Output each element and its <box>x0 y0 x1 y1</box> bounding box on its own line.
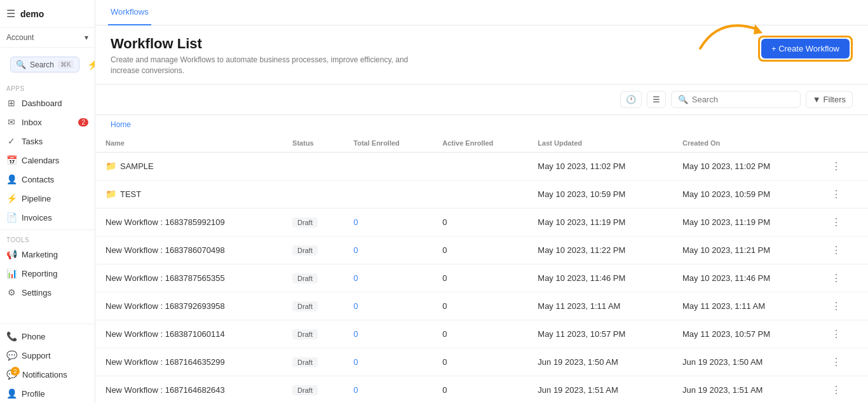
total-enrolled-value[interactable]: 0 <box>353 357 358 367</box>
cell-created-on: May 10 2023, 11:02 PM <box>672 152 817 180</box>
sidebar-item-label: Invoices <box>22 213 52 222</box>
status-badge: Draft <box>292 357 318 367</box>
table-row[interactable]: New Workflow : 1683871060114Draft00May 1… <box>95 320 868 348</box>
sidebar-item-label: Contacts <box>22 175 54 184</box>
sidebar-item-pipeline[interactable]: ⚡ Pipeline <box>0 189 95 208</box>
svg-marker-0 <box>754 24 763 34</box>
search-icon: 🔍 <box>678 95 688 104</box>
inbox-badge: 2 <box>78 118 88 126</box>
workflow-name: New Workflow : 1683871060114 <box>105 329 225 339</box>
sidebar-item-calendars[interactable]: 📅 Calendars <box>0 151 95 170</box>
page-subtitle: Create and manage Workflows to automate … <box>111 55 428 76</box>
table-row[interactable]: 📁SAMPLEMay 10 2023, 11:02 PMMay 10 2023,… <box>95 152 868 180</box>
sidebar-item-dashboard[interactable]: ⊞ Dashboard <box>0 93 95 113</box>
table-row[interactable]: New Workflow : 1683787565355Draft00May 1… <box>95 264 868 292</box>
cell-last-updated: May 10 2023, 10:59 PM <box>527 180 672 208</box>
sidebar-item-label: Pipeline <box>22 194 51 203</box>
top-nav: Workflows <box>95 0 868 25</box>
filter-icon: ▼ <box>813 95 821 104</box>
more-options-button[interactable]: ⋮ <box>827 299 845 313</box>
sidebar-item-label: Notifications <box>22 370 67 379</box>
table-row[interactable]: New Workflow : 1687164635299Draft00Jun 1… <box>95 348 868 376</box>
table-row[interactable]: New Workflow : 1687164682643Draft00Jun 1… <box>95 376 868 403</box>
cell-active-enrolled <box>432 152 527 180</box>
total-enrolled-value[interactable]: 0 <box>353 301 358 311</box>
create-button-highlight: + Create Workflow <box>758 36 853 62</box>
cell-status: Draft <box>282 348 343 376</box>
table-row[interactable]: 📁TESTMay 10 2023, 10:59 PMMay 10 2023, 1… <box>95 180 868 208</box>
total-enrolled-value[interactable]: 0 <box>353 217 358 227</box>
sidebar-item-support[interactable]: 💬 Support <box>0 346 95 365</box>
status-badge: Draft <box>292 217 318 228</box>
cell-name: New Workflow : 1683792693958 <box>95 292 282 320</box>
cell-active-enrolled <box>432 180 527 208</box>
sidebar-item-phone[interactable]: 📞 Phone <box>0 327 95 346</box>
tab-workflows[interactable]: Workflows <box>108 0 151 25</box>
sidebar-item-notifications[interactable]: 💬 2 Notifications <box>0 365 95 384</box>
cell-actions: ⋮ <box>817 292 868 320</box>
sidebar-item-invoices[interactable]: 📄 Invoices <box>0 208 95 227</box>
chat-icon-wrap: 💬 2 <box>6 369 17 379</box>
cell-name: New Workflow : 1687164635299 <box>95 348 282 376</box>
cell-created-on: May 10 2023, 10:59 PM <box>672 180 817 208</box>
cell-actions: ⋮ <box>817 152 868 180</box>
more-options-button[interactable]: ⋮ <box>827 243 845 257</box>
sidebar-item-marketing[interactable]: 📢 Marketing <box>0 245 95 264</box>
main-area: Workflows Workflow List Create and manag… <box>95 0 868 403</box>
dashboard-icon: ⊞ <box>6 98 17 108</box>
total-enrolled-value[interactable]: 0 <box>353 273 358 283</box>
col-name: Name <box>95 134 282 153</box>
cell-last-updated: May 11 2023, 10:57 PM <box>527 320 672 348</box>
total-enrolled-value[interactable]: 0 <box>353 329 358 339</box>
table-row[interactable]: New Workflow : 1683786070498Draft00May 1… <box>95 236 868 264</box>
sidebar-item-profile[interactable]: 👤 Profile <box>0 384 95 403</box>
search-input[interactable] <box>692 95 794 104</box>
sidebar-item-label: Support <box>22 351 51 360</box>
cell-actions: ⋮ <box>817 376 868 403</box>
clock-view-button[interactable]: 🕐 <box>620 91 642 108</box>
sidebar-item-settings[interactable]: ⚙ Settings <box>0 283 95 302</box>
sidebar-item-label: Marketing <box>22 250 58 259</box>
cell-created-on: Jun 19 2023, 1:50 AM <box>672 348 817 376</box>
folder-icon: 📁 <box>105 161 116 171</box>
sidebar-item-contacts[interactable]: 👤 Contacts <box>0 170 95 189</box>
cell-active-enrolled: 0 <box>432 236 527 264</box>
sidebar-item-tasks[interactable]: ✓ Tasks <box>0 132 95 151</box>
cell-last-updated: May 10 2023, 11:19 PM <box>527 208 672 236</box>
cell-last-updated: Jun 19 2023, 1:51 AM <box>527 376 672 403</box>
more-options-button[interactable]: ⋮ <box>827 383 845 397</box>
app-logo: demo <box>20 9 44 19</box>
more-options-button[interactable]: ⋮ <box>827 271 845 285</box>
cell-total-enrolled: 0 <box>343 348 432 376</box>
chevron-down-icon: ▾ <box>85 33 88 42</box>
cell-status <box>282 152 343 180</box>
sidebar-item-reporting[interactable]: 📊 Reporting <box>0 264 95 283</box>
more-options-button[interactable]: ⋮ <box>827 355 845 369</box>
total-enrolled-value[interactable]: 0 <box>353 245 358 255</box>
sidebar-search[interactable]: 🔍 Search ⌘K <box>10 57 79 72</box>
more-options-button[interactable]: ⋮ <box>827 187 845 202</box>
breadcrumb[interactable]: Home <box>95 115 868 134</box>
profile-icon: 👤 <box>6 388 17 399</box>
cell-last-updated: Jun 19 2023, 1:50 AM <box>527 348 672 376</box>
more-options-button[interactable]: ⋮ <box>827 327 845 341</box>
sidebar-item-label: Dashboard <box>22 99 62 108</box>
table-row[interactable]: New Workflow : 1683792693958Draft00May 1… <box>95 292 868 320</box>
more-options-button[interactable]: ⋮ <box>827 215 845 229</box>
header-right: + Create Workflow <box>758 36 853 62</box>
filters-button[interactable]: ▼ Filters <box>806 91 853 108</box>
more-options-button[interactable]: ⋮ <box>827 159 845 174</box>
sidebar-item-inbox[interactable]: ✉ Inbox 2 <box>0 113 95 132</box>
create-workflow-button[interactable]: + Create Workflow <box>761 39 850 58</box>
cell-actions: ⋮ <box>817 264 868 292</box>
table-row[interactable]: New Workflow : 1683785992109Draft00May 1… <box>95 208 868 236</box>
phone-icon: 📞 <box>6 331 17 341</box>
list-view-button[interactable]: ☰ <box>647 91 666 108</box>
account-selector[interactable]: Account ▾ <box>0 28 95 48</box>
total-enrolled-value[interactable]: 0 <box>353 385 358 395</box>
folder-icon: 📁 <box>105 189 116 199</box>
hamburger-icon[interactable]: ☰ <box>6 8 15 20</box>
flash-icon[interactable]: ⚡ <box>87 58 95 71</box>
workflow-table: Name Status Total Enrolled Active Enroll… <box>95 134 868 403</box>
sidebar-item-label: Phone <box>22 332 46 341</box>
